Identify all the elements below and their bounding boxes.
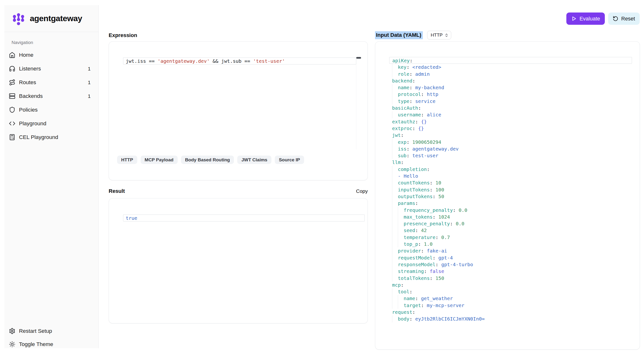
indent-guide — [392, 71, 392, 78]
reset-button[interactable]: Reset — [608, 12, 640, 25]
tag-body-based-routing[interactable]: Body Based Routing — [181, 156, 234, 164]
indent-guide — [398, 227, 398, 234]
sidebar-item-backends[interactable]: Backends1 — [4, 89, 98, 103]
yaml-line: requestModel: gpt-4 — [389, 254, 632, 261]
yaml-line: target: my-mcp-server — [389, 302, 632, 309]
indent-guide — [392, 139, 392, 146]
input-data-card: apiKey:key: <redacted>role: adminbackend… — [375, 41, 640, 350]
tag-mcp-payload[interactable]: MCP Payload — [141, 156, 178, 164]
tag-source-ip[interactable]: Source IP — [275, 156, 304, 164]
sidebar-item-label: Backends — [19, 93, 43, 99]
yaml-line: mcp: — [389, 282, 632, 288]
mode-select[interactable]: HTTP — [427, 31, 452, 40]
indent-guide — [392, 254, 392, 261]
headphones-icon — [9, 66, 16, 72]
sidebar-item-restart-setup[interactable]: Restart Setup — [4, 324, 98, 338]
indent-guide — [392, 316, 392, 322]
result-code-line[interactable]: true — [123, 214, 365, 222]
yaml-line: - Hello — [389, 173, 632, 180]
code-token: jwt.iss == — [126, 58, 158, 64]
expression-card: jwt.iss == 'agentgateway.dev' && jwt.sub… — [109, 41, 368, 180]
sidebar-item-badge: 1 — [88, 66, 91, 72]
sidebar-item-label: Listeners — [19, 66, 41, 72]
indent-guide — [392, 98, 392, 104]
indent-guide — [392, 207, 392, 214]
indent-guide — [392, 288, 392, 295]
copy-button[interactable]: Copy — [356, 188, 368, 194]
indent-guide — [398, 241, 398, 248]
editor-scrollbar-track[interactable] — [356, 57, 356, 149]
yaml-line: name: my-backend — [389, 84, 632, 91]
mode-select-value: HTTP — [431, 32, 443, 38]
yaml-line: outputTokens: 50 — [389, 193, 632, 200]
yaml-line: top_p: 1.0 — [389, 241, 632, 248]
indent-guide — [392, 146, 392, 152]
sidebar-item-policies[interactable]: Policies — [4, 103, 98, 116]
indent-guide — [392, 268, 392, 274]
yaml-line: name: get_weather — [389, 295, 632, 302]
indent-guide — [398, 220, 398, 227]
yaml-line: tool: — [389, 288, 632, 295]
sidebar-item-toggle-theme[interactable]: Toggle Theme — [4, 338, 98, 348]
sidebar-item-label: Routes — [19, 79, 36, 86]
expression-code-line[interactable]: jwt.iss == 'agentgateway.dev' && jwt.sub… — [123, 58, 356, 64]
sidebar-item-cel-playground[interactable]: CEL Playground — [4, 130, 98, 144]
yaml-line: max_tokens: 1024 — [389, 214, 632, 220]
tag-jwt-claims[interactable]: JWT Claims — [237, 156, 272, 164]
server-icon — [9, 93, 16, 99]
indent-guide — [392, 295, 392, 302]
sidebar-item-badge: 1 — [88, 80, 91, 85]
indent-guide — [398, 214, 398, 220]
result-editor[interactable]: true — [123, 214, 365, 243]
yaml-line: protocol: http — [389, 91, 632, 98]
rotate-ccw-icon — [613, 16, 618, 22]
nav-section-label: Navigation — [12, 40, 98, 45]
yaml-line: username: alice — [389, 111, 632, 118]
indent-guide — [392, 193, 392, 200]
sidebar-footer: Restart SetupToggle Theme — [4, 324, 98, 348]
yaml-line: request: — [389, 309, 632, 316]
sidebar-item-home[interactable]: Home — [4, 48, 98, 62]
input-data-title: Input Data (YAML) — [375, 31, 423, 39]
indent-guide — [392, 241, 392, 248]
indent-guide — [392, 275, 392, 282]
result-card: true — [109, 198, 368, 324]
yaml-editor[interactable]: apiKey:key: <redacted>role: adminbackend… — [389, 57, 632, 341]
indent-guide — [392, 152, 392, 159]
yaml-line: jwt: — [389, 132, 632, 138]
sidebar-item-routes[interactable]: Routes1 — [4, 76, 98, 89]
yaml-line: body: eyJtb2RlbCI6ICJmYXN0In0= — [389, 316, 632, 322]
yaml-line: type: service — [389, 98, 632, 104]
expression-editor[interactable]: jwt.iss == 'agentgateway.dev' && jwt.sub… — [123, 57, 361, 149]
indent-guide — [392, 64, 392, 70]
yaml-line: seed: 42 — [389, 227, 632, 234]
shield-icon — [9, 106, 16, 113]
logo[interactable]: agentgateway — [4, 5, 98, 32]
yaml-line: key: <redacted> — [389, 64, 632, 70]
indent-guide — [392, 302, 392, 309]
sidebar-item-label: Playground — [19, 120, 46, 127]
yaml-line: provider: fake-ai — [389, 248, 632, 254]
yaml-line: streaming: false — [389, 268, 632, 274]
yaml-line: presence_penalty: 0.0 — [389, 220, 632, 227]
indent-guide — [392, 84, 392, 91]
agentgateway-logo-icon — [11, 11, 26, 26]
tag-http[interactable]: HTTP — [117, 156, 137, 164]
yaml-line: extauthz: {} — [389, 118, 632, 125]
indent-guide — [392, 166, 392, 173]
sidebar-item-playground[interactable]: Playground — [4, 116, 98, 130]
nav-list: HomeListeners1Routes1Backends1PoliciesPl… — [4, 48, 98, 144]
indent-guide — [398, 302, 398, 309]
indent-guide — [392, 111, 392, 118]
indent-guide — [392, 200, 392, 206]
evaluate-button[interactable]: Evaluate — [566, 12, 605, 25]
sidebar-item-label: Policies — [19, 107, 38, 113]
result-value: true — [126, 215, 137, 221]
logo-text: agentgateway — [30, 14, 82, 23]
gear-icon — [9, 328, 16, 334]
code-token: && jwt.sub == — [210, 58, 253, 64]
sidebar-item-listeners[interactable]: Listeners1 — [4, 62, 98, 76]
yaml-line: iss: agentgateway.dev — [389, 146, 632, 152]
editor-scrollbar-thumb[interactable] — [356, 57, 361, 59]
yaml-line: role: admin — [389, 71, 632, 78]
